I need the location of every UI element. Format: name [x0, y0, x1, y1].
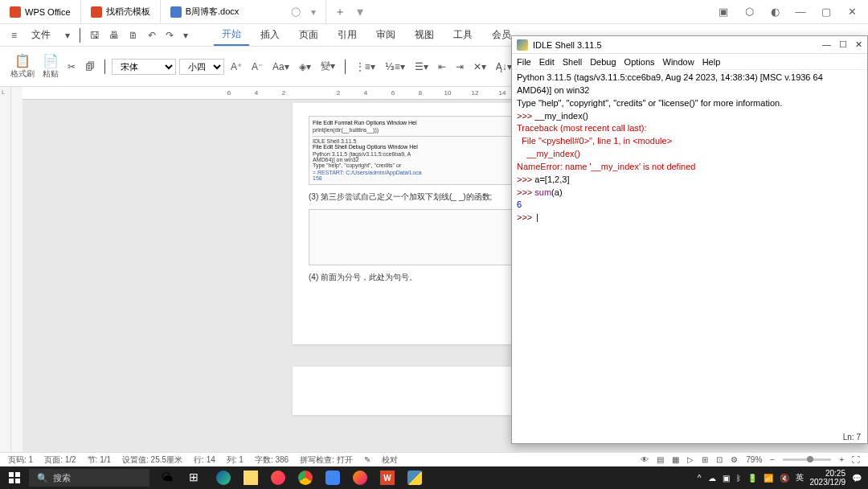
- redo-icon[interactable]: ↷: [162, 28, 177, 43]
- status-view3-icon[interactable]: ⊞: [702, 455, 708, 464]
- idle-menu-window[interactable]: Window: [663, 57, 694, 67]
- menu-page[interactable]: 页面: [291, 25, 326, 45]
- menu-insert[interactable]: 插入: [252, 25, 288, 45]
- app-tab-document[interactable]: B周博客.docx ◯ ▾: [161, 0, 327, 23]
- taskbar-search[interactable]: 🔍 搜索: [29, 469, 149, 487]
- idle-maximize-button[interactable]: ☐: [839, 39, 847, 50]
- maximize-button[interactable]: ▢: [818, 4, 834, 20]
- idle-content[interactable]: Python 3.11.5 (tags/v3.11.5:cce6ba9, Aug…: [512, 70, 867, 226]
- status-view4-icon[interactable]: ⊡: [716, 455, 723, 464]
- taskbar-app2-icon[interactable]: [320, 466, 346, 489]
- status-eye-icon[interactable]: 👁: [641, 455, 649, 464]
- clear-format-icon[interactable]: ◈▾: [296, 60, 314, 74]
- text-direction-icon[interactable]: ✕▾: [470, 60, 489, 74]
- status-view1-icon[interactable]: ▤: [657, 455, 664, 464]
- taskbar-taskview-icon[interactable]: ⊞: [183, 466, 209, 489]
- idle-menu-file[interactable]: File: [517, 57, 531, 67]
- status-col[interactable]: 列: 1: [227, 454, 244, 466]
- idle-titlebar[interactable]: IDLE Shell 3.11.5 — ☐ ✕: [512, 36, 867, 54]
- status-page[interactable]: 页面: 1/2: [44, 454, 76, 466]
- tray-ime[interactable]: 英: [796, 472, 804, 483]
- taskbar-idle-icon[interactable]: [402, 466, 428, 489]
- idle-shell-window[interactable]: IDLE Shell 3.11.5 — ☐ ✕ File Edit Shell …: [511, 35, 868, 444]
- bullet-list-icon[interactable]: ⋮≡▾: [352, 60, 379, 74]
- tray-bluetooth-icon[interactable]: ᛒ: [736, 474, 741, 483]
- tray-app-icon[interactable]: ▣: [723, 474, 730, 483]
- minimize-button[interactable]: —: [792, 4, 809, 20]
- tray-up-icon[interactable]: ^: [698, 474, 702, 483]
- font-family-select[interactable]: 宋体: [112, 59, 176, 75]
- zoom-out-button[interactable]: −: [770, 455, 775, 464]
- idle-menu-help[interactable]: Help: [702, 57, 721, 67]
- new-tab-button[interactable]: ＋: [326, 5, 354, 19]
- decrease-font-icon[interactable]: A⁻: [248, 60, 266, 74]
- menu-tools[interactable]: 工具: [445, 25, 481, 45]
- menu-reference[interactable]: 引用: [330, 25, 365, 45]
- taskbar-firefox-icon[interactable]: [347, 466, 373, 489]
- toolbar-dropdown-icon[interactable]: ▾: [180, 28, 191, 43]
- idle-menu-edit[interactable]: Edit: [539, 57, 555, 67]
- status-zoom[interactable]: 79%: [746, 455, 762, 464]
- menu-review[interactable]: 审阅: [368, 25, 403, 45]
- save-icon[interactable]: 🖫: [87, 28, 103, 43]
- status-row[interactable]: 行: 14: [194, 454, 215, 466]
- format-brush-button[interactable]: 📋 格式刷: [8, 53, 37, 80]
- vertical-ruler[interactable]: [11, 87, 23, 453]
- decrease-indent-icon[interactable]: ⇤: [435, 60, 449, 74]
- status-spell-icon[interactable]: ✎: [364, 455, 371, 464]
- tray-volume-icon[interactable]: 🔇: [780, 474, 789, 483]
- app-tab-wps[interactable]: WPS Office: [0, 0, 81, 23]
- zoom-slider[interactable]: [783, 458, 831, 461]
- print-icon[interactable]: 🖶: [106, 28, 122, 43]
- status-position[interactable]: 设置值: 25.5厘米: [122, 454, 182, 466]
- menu-dropdown-icon[interactable]: ▾: [62, 28, 73, 43]
- idle-menu-debug[interactable]: Debug: [590, 57, 616, 67]
- menu-view[interactable]: 视图: [407, 25, 442, 45]
- titlebar-apps-icon[interactable]: ▣: [715, 4, 731, 20]
- titlebar-cube-icon[interactable]: ⬡: [741, 4, 757, 20]
- status-section[interactable]: 节: 1/1: [88, 454, 111, 466]
- status-view2-icon[interactable]: ▦: [672, 455, 679, 464]
- idle-menu-options[interactable]: Options: [624, 57, 655, 67]
- change-case-icon[interactable]: Aa▾: [269, 60, 293, 74]
- tab-overflow-icon[interactable]: ◯: [291, 6, 301, 17]
- print-preview-icon[interactable]: 🗎: [125, 28, 141, 43]
- taskbar-app1-icon[interactable]: [265, 466, 291, 489]
- idle-menu-shell[interactable]: Shell: [563, 57, 582, 67]
- tray-battery-icon[interactable]: 🔋: [747, 474, 757, 483]
- start-button[interactable]: [0, 466, 29, 489]
- status-proof[interactable]: 校对: [382, 454, 398, 466]
- status-spell[interactable]: 拼写检查: 打开: [300, 454, 353, 466]
- status-play-icon[interactable]: ▷: [687, 455, 694, 464]
- increase-font-icon[interactable]: A⁺: [227, 60, 245, 74]
- undo-icon[interactable]: ↶: [145, 28, 159, 43]
- font-size-select[interactable]: 小四: [179, 59, 224, 75]
- taskbar-weather-icon[interactable]: 🌥: [156, 466, 182, 489]
- zoom-in-button[interactable]: +: [839, 455, 844, 464]
- increase-indent-icon[interactable]: ⇥: [452, 60, 467, 74]
- status-tool-icon[interactable]: ⚙: [731, 455, 738, 464]
- tray-onedrive-icon[interactable]: ☁: [708, 474, 716, 483]
- titlebar-theme-icon[interactable]: ◐: [767, 4, 783, 20]
- cut-icon[interactable]: ✂: [64, 60, 79, 74]
- app-tab-template[interactable]: 找稻壳模板: [81, 0, 161, 23]
- menu-start[interactable]: 开始: [214, 24, 249, 46]
- tab-menu-icon[interactable]: ▾: [357, 4, 363, 19]
- tab-dropdown-icon[interactable]: ▾: [311, 6, 316, 18]
- idle-minimize-button[interactable]: —: [822, 39, 831, 50]
- paste-button[interactable]: 📄 粘贴: [40, 53, 61, 80]
- phonetic-icon[interactable]: 變▾: [317, 58, 338, 75]
- menu-file[interactable]: 文件: [23, 25, 59, 45]
- taskbar-edge-icon[interactable]: [211, 466, 236, 489]
- taskbar-wps-icon[interactable]: W: [375, 466, 400, 489]
- multilevel-icon[interactable]: ☰▾: [411, 60, 432, 74]
- taskbar-chrome-icon[interactable]: [293, 466, 318, 489]
- copy-icon[interactable]: 🗐: [82, 60, 98, 74]
- taskbar-explorer-icon[interactable]: [238, 466, 264, 489]
- tray-wifi-icon[interactable]: 📶: [764, 474, 773, 483]
- status-pageno[interactable]: 页码: 1: [8, 454, 33, 466]
- tray-notifications-icon[interactable]: 💬: [852, 474, 862, 483]
- status-words[interactable]: 字数: 386: [255, 454, 289, 466]
- menu-hamburger-icon[interactable]: ≡: [8, 28, 20, 43]
- close-button[interactable]: ✕: [844, 4, 860, 20]
